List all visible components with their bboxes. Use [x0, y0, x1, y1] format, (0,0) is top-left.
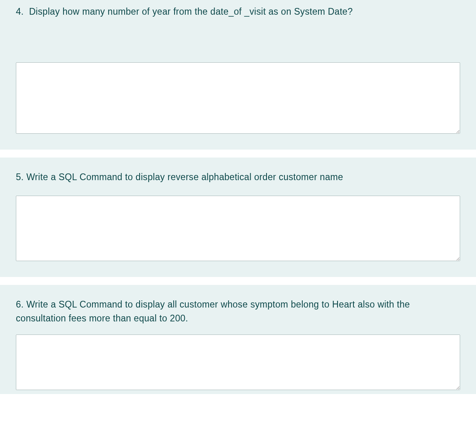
question-content-6: Write a SQL Command to display all custo…: [16, 299, 410, 323]
question-content-4: Display how many number of year from the…: [29, 6, 353, 17]
question-number-4: 4.: [16, 6, 24, 17]
answer-input-6[interactable]: [16, 335, 460, 390]
question-text-6: 6. Write a SQL Command to display all cu…: [16, 298, 460, 325]
question-block-6: 6. Write a SQL Command to display all cu…: [0, 285, 476, 394]
question-block-5: 5. Write a SQL Command to display revers…: [0, 158, 476, 277]
question-content-5: Write a SQL Command to display reverse a…: [27, 172, 344, 182]
answer-input-4[interactable]: [16, 62, 460, 134]
question-text-4: 4. Display how many number of year from …: [16, 5, 460, 19]
answer-input-5[interactable]: [16, 196, 460, 261]
question-block-4: 4. Display how many number of year from …: [0, 0, 476, 150]
question-number-6: 6.: [16, 299, 24, 310]
question-text-5: 5. Write a SQL Command to display revers…: [16, 170, 460, 184]
question-number-5: 5.: [16, 172, 24, 182]
